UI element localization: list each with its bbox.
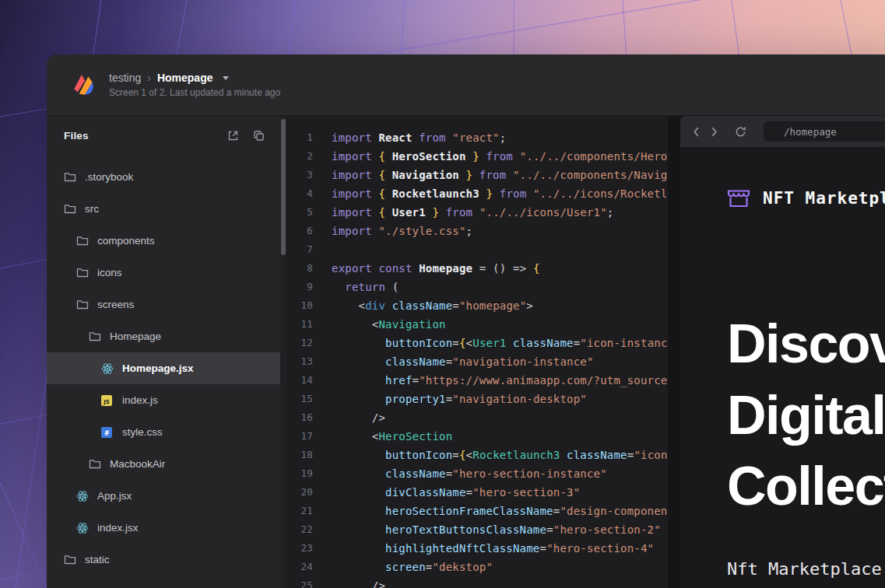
file-item-storybook[interactable]: .storybook [47, 161, 280, 193]
line-number: 22 [286, 520, 313, 539]
code-line[interactable]: 10 <div className="homepage"> [286, 296, 668, 315]
line-code: import { HeroSection } from "../../compo… [313, 147, 668, 166]
title-texts: testing › Homepage Screen 1 of 2. Last u… [109, 72, 280, 98]
back-icon[interactable] [693, 127, 700, 137]
line-code: import { Navigation } from "../../compon… [313, 166, 668, 184]
code-line[interactable]: 2import { HeroSection } from "../../comp… [286, 147, 668, 166]
code-line[interactable]: 13 className="navigation-instance" [286, 352, 668, 371]
code-line[interactable]: 15 property1="navigation-desktop" [286, 390, 668, 408]
sidebar-scrollbar[interactable] [280, 116, 286, 588]
window-body: Files .storybooksrccomponent [47, 116, 885, 588]
file-item-macbookair[interactable]: MacbookAir [47, 448, 280, 480]
line-number: 6 [286, 222, 313, 240]
subtitle-line: Nft Marketplace [727, 554, 885, 585]
code-editor[interactable]: 1import React from "react";2import { Her… [286, 116, 668, 588]
file-label: style.css [122, 426, 163, 438]
code-line[interactable]: 17 <HeroSection [286, 427, 668, 446]
folder-icon [64, 172, 76, 182]
pane-divider [668, 116, 680, 588]
code-line[interactable]: 16 /> [286, 408, 668, 427]
anima-logo-icon[interactable] [70, 72, 97, 98]
file-item-homepage[interactable]: Homepage [47, 320, 280, 352]
file-item-homepage-jsx[interactable]: Homepage.jsx [47, 352, 280, 384]
breadcrumb-screen[interactable]: Homepage [157, 72, 213, 84]
code-line[interactable]: 24 screen="dekstop" [286, 558, 668, 576]
line-number: 25 [286, 576, 313, 588]
file-label: Homepage.jsx [122, 362, 194, 374]
react-icon [76, 522, 89, 534]
screen-status-subtitle: Screen 1 of 2. Last updated a minute ago [109, 87, 280, 98]
line-number: 3 [286, 166, 313, 184]
file-item-package-json[interactable]: {}package.json [47, 576, 280, 588]
line-number: 8 [286, 259, 313, 278]
copy-icon[interactable] [253, 130, 265, 142]
folder-icon [76, 299, 89, 310]
line-number: 18 [286, 446, 313, 464]
line-code: divClassName="hero-section-3" [313, 483, 580, 502]
preview-brand[interactable]: NFT Marketplace [727, 187, 885, 209]
reload-icon[interactable] [735, 126, 746, 138]
scrollbar-thumb[interactable] [281, 119, 286, 255]
brand-name: NFT Marketplace [763, 189, 885, 208]
svg-text:JS: JS [103, 398, 110, 404]
line-number: 20 [286, 483, 313, 502]
line-number: 16 [286, 408, 313, 427]
file-label: index.js [122, 394, 158, 406]
react-icon [76, 490, 89, 502]
file-label: MacbookAir [110, 458, 165, 470]
preview-hero-subtitle: Nft Marketplace Figma Collection [727, 554, 885, 588]
breadcrumb-project[interactable]: testing [109, 72, 141, 84]
file-item-index-jsx[interactable]: index.jsx [47, 512, 280, 544]
file-item-app-jsx[interactable]: App.jsx [47, 480, 280, 512]
preview-pane: /homepage NFT Marketplace Discover Digit… [680, 116, 885, 588]
desktop-background: { "colors": { "accent": "#9d71f5", "grid… [0, 0, 885, 588]
code-line[interactable]: 19 className="hero-section-instance" [286, 464, 668, 483]
export-icon[interactable] [227, 130, 239, 142]
file-item-src[interactable]: src [47, 193, 280, 225]
line-code: property1="navigation-desktop" [313, 390, 587, 408]
file-item-components[interactable]: components [47, 225, 280, 257]
code-line[interactable]: 12 buttonIcon={<User1 className="icon-in… [286, 334, 668, 352]
file-item-screens[interactable]: screens [47, 289, 280, 320]
file-item-index-js[interactable]: JSindex.js [47, 384, 280, 416]
forward-icon[interactable] [711, 127, 718, 137]
code-line[interactable]: 6import "./style.css"; [286, 222, 668, 240]
code-line[interactable]: 3import { Navigation } from "../../compo… [286, 166, 668, 184]
code-line[interactable]: 20 divClassName="hero-section-3" [286, 483, 668, 502]
file-item-style-css[interactable]: #style.css [47, 416, 280, 448]
line-number: 12 [286, 334, 313, 352]
code-line[interactable]: 11 <Navigation [286, 315, 668, 334]
line-code: <HeroSection [313, 427, 452, 446]
code-line[interactable]: 1import React from "react"; [286, 128, 668, 147]
line-number: 10 [286, 296, 313, 315]
line-code: buttonIcon={<User1 className="icon-insta… [313, 334, 668, 352]
code-line[interactable]: 8export const Homepage = () => { [286, 259, 668, 278]
line-code: highlightedNftClassName="hero-section-4" [313, 539, 654, 558]
line-number: 24 [286, 558, 313, 576]
breadcrumb-separator: › [147, 72, 151, 84]
line-number: 9 [286, 278, 313, 296]
code-line[interactable]: 9 return ( [286, 278, 668, 296]
files-header: Files [47, 116, 280, 155]
code-line[interactable]: 22 heroTextButtonsClassName="hero-sectio… [286, 520, 668, 539]
code-line[interactable]: 25 /> [286, 576, 668, 588]
code-line[interactable]: 21 heroSectionFrameClassName="design-com… [286, 502, 668, 520]
code-line[interactable]: 5import { User1 } from "../../icons/User… [286, 203, 668, 222]
heading-line: Discover [727, 309, 885, 380]
code-line[interactable]: 4import { Rocketlaunch3 } from "../../ic… [286, 184, 668, 203]
chevron-down-icon[interactable] [223, 76, 229, 80]
file-item-static[interactable]: static [47, 544, 280, 576]
file-label: .storybook [85, 171, 133, 183]
line-code: buttonIcon={<Rocketlaunch3 className="ic… [313, 446, 668, 464]
line-code: export const Homepage = () => { [313, 259, 540, 278]
line-number: 14 [286, 371, 313, 390]
code-line[interactable]: 14 href="https://www.animaapp.com/?utm_s… [286, 371, 668, 390]
file-item-icons[interactable]: icons [47, 257, 280, 289]
files-sidebar: Files .storybooksrccomponent [47, 116, 280, 588]
code-line[interactable]: 18 buttonIcon={<Rocketlaunch3 className=… [286, 446, 668, 464]
url-bar[interactable]: /homepage [764, 121, 885, 142]
code-line[interactable]: 7 [286, 240, 668, 259]
code-line[interactable]: 23 highlightedNftClassName="hero-section… [286, 539, 668, 558]
css-icon: # [101, 427, 114, 438]
breadcrumb: testing › Homepage [109, 72, 280, 84]
